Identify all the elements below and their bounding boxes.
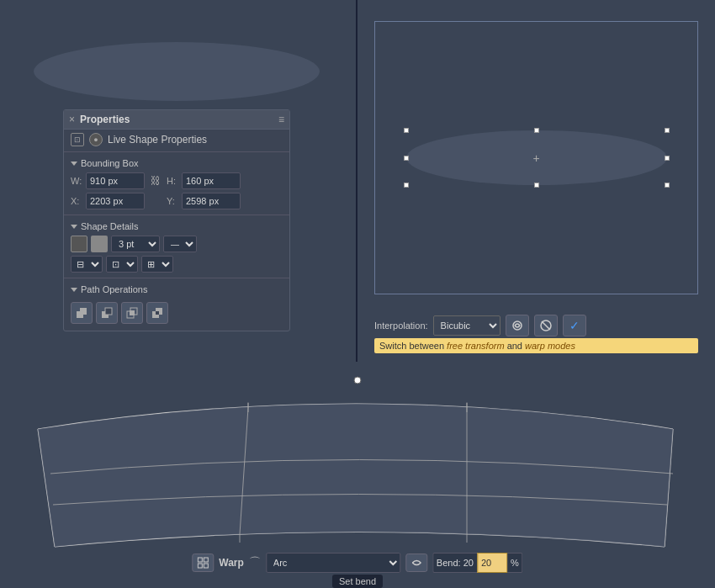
line-style-select[interactable]: — - - xyxy=(163,236,197,252)
set-bend-tooltip: Set bend xyxy=(332,575,383,588)
handle-bm[interactable] xyxy=(534,183,539,188)
bounding-box-section: W: ⛓ H: X: Y: xyxy=(64,171,289,213)
shape-details-label: Shape Details xyxy=(81,221,139,231)
handle-mr[interactable] xyxy=(665,156,670,161)
right-panel: + Interpolation: Bicubic Bilinear Neares… xyxy=(358,0,715,362)
shape-details-section: 3 pt 1 pt 2 pt — - - ⊟ ⊠ ⊡ xyxy=(64,234,289,276)
tooltip-highlight1: free transform xyxy=(447,341,504,351)
interp-select[interactable]: Bicubic Bilinear Nearest Neighbor xyxy=(433,315,500,336)
handle-ml[interactable] xyxy=(404,156,409,161)
path-ops-triangle xyxy=(71,288,77,292)
left-panel: × Properties ≡ ⊡ ● Live Shape Properties… xyxy=(0,0,358,362)
crosshair: + xyxy=(532,151,539,165)
check-icon: ✓ xyxy=(569,319,580,332)
align-select3[interactable]: ⊞ ⊟ xyxy=(141,256,173,273)
path-ops-buttons xyxy=(71,302,283,324)
bend-label: Bend: 20 xyxy=(432,553,477,573)
w-input[interactable] xyxy=(86,172,145,189)
path-op-intersect-btn[interactable] xyxy=(121,302,143,324)
svg-rect-17 xyxy=(204,564,208,568)
percent-label: % xyxy=(507,553,523,573)
interp-toolbar: Interpolation: Bicubic Bilinear Nearest … xyxy=(374,315,698,336)
panel-menu-icon[interactable]: ≡ xyxy=(278,114,284,125)
wh-row: W: ⛓ H: xyxy=(71,172,283,189)
path-ops-section-title: Path Operations xyxy=(64,280,289,297)
interp-label: Interpolation: xyxy=(374,320,428,331)
w-label: W: xyxy=(71,176,82,186)
shape-details-triangle xyxy=(71,225,77,229)
svg-rect-9 xyxy=(156,311,159,315)
fill-color-swatch[interactable] xyxy=(71,236,87,252)
align-select2[interactable]: ⊡ ⊔ xyxy=(106,256,138,273)
live-shape-label: Live Shape Properties xyxy=(108,134,207,146)
svg-line-12 xyxy=(542,321,550,330)
svg-rect-14 xyxy=(198,558,202,562)
stroke-pt-select[interactable]: 3 pt 1 pt 2 pt xyxy=(111,236,160,252)
link-icon[interactable]: ⛓ xyxy=(148,173,163,188)
bend-input[interactable] xyxy=(477,553,507,573)
svg-rect-3 xyxy=(105,308,112,315)
bounding-box-triangle xyxy=(71,162,77,166)
xy-row: X: Y: xyxy=(71,193,283,209)
warp-label: Warp xyxy=(219,557,244,569)
arc-select[interactable]: Arc Arc Lower Arc Upper Arch Bulge Shell… xyxy=(266,553,400,573)
stroke-swatch[interactable] xyxy=(91,236,108,252)
x-input[interactable] xyxy=(86,193,145,209)
svg-rect-15 xyxy=(204,558,208,562)
path-ops-section xyxy=(64,297,289,331)
divider2 xyxy=(64,215,289,215)
top-row: × Properties ≡ ⊡ ● Live Shape Properties… xyxy=(0,0,715,362)
handle-bl[interactable] xyxy=(404,183,409,188)
live-shape-icon2: ● xyxy=(89,133,103,146)
divider1 xyxy=(64,151,289,152)
align-row: ⊟ ⊠ ⊡ ⊔ ⊞ ⊟ xyxy=(71,256,283,273)
handle-tm[interactable] xyxy=(534,128,539,133)
align-select1[interactable]: ⊟ ⊠ xyxy=(71,256,103,273)
svg-rect-1 xyxy=(80,308,87,315)
path-op-exclude-btn[interactable] xyxy=(146,302,168,324)
bounding-box-section-title: Bounding Box xyxy=(64,154,289,171)
canvas-area[interactable]: + xyxy=(374,21,698,294)
properties-panel: × Properties ≡ ⊡ ● Live Shape Properties… xyxy=(63,109,290,331)
y-label: Y: xyxy=(167,196,178,206)
path-ops-label: Path Operations xyxy=(81,284,148,294)
path-op-unite-btn[interactable] xyxy=(71,302,93,324)
live-shape-icon1: ⊡ xyxy=(71,133,84,146)
svg-point-10 xyxy=(513,321,522,330)
h-input[interactable] xyxy=(182,172,241,189)
x-label: X: xyxy=(71,196,82,206)
stroke-row1: 3 pt 1 pt 2 pt — - - xyxy=(71,236,283,252)
bottom-toolbar: Warp ⌒ Arc Arc Lower Arc Upper Arch Bulg… xyxy=(192,553,522,573)
bottom-row: Warp ⌒ Arc Arc Lower Arc Upper Arch Bulg… xyxy=(0,362,715,588)
shape-details-section-title: Shape Details xyxy=(64,217,289,234)
warp-modes-tooltip: Switch between free transform and warp m… xyxy=(374,338,698,353)
path-op-minus-btn[interactable] xyxy=(96,302,118,324)
ellipse-shape xyxy=(34,42,320,101)
warp-grid-btn[interactable] xyxy=(192,554,214,572)
bounding-box-label: Bounding Box xyxy=(81,158,139,168)
panel-title: Properties xyxy=(80,114,130,125)
ellipse-preview xyxy=(17,25,336,118)
arc-icon: ⌒ xyxy=(249,555,261,570)
live-shape-row: ⊡ ● Live Shape Properties xyxy=(64,130,289,150)
warp-modes-btn[interactable] xyxy=(506,315,529,336)
confirm-btn[interactable]: ✓ xyxy=(563,315,586,336)
divider3 xyxy=(64,278,289,278)
handle-tr[interactable] xyxy=(665,128,670,133)
h-label: H: xyxy=(167,176,178,186)
handle-tl[interactable] xyxy=(404,128,409,133)
canvas-ellipse-container: + xyxy=(375,22,697,294)
panel-header-left: × Properties xyxy=(69,114,130,125)
svg-point-13 xyxy=(354,377,361,384)
bend-field-group: Bend: 20 % xyxy=(432,553,523,573)
panel-header: × Properties ≡ xyxy=(64,110,289,130)
y-input[interactable] xyxy=(182,193,241,209)
tooltip-highlight2: warp modes xyxy=(525,341,575,351)
panel-close-btn[interactable]: × xyxy=(69,114,75,125)
mesh-icon-btn[interactable] xyxy=(405,554,427,572)
no-warp-btn[interactable] xyxy=(534,315,558,336)
svg-rect-16 xyxy=(198,564,202,568)
handle-br[interactable] xyxy=(665,183,670,188)
